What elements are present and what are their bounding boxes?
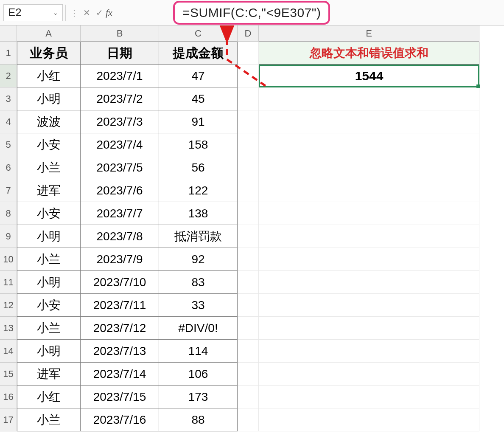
- cell-C6[interactable]: 56: [159, 156, 238, 179]
- cell-D8[interactable]: [238, 202, 259, 225]
- formula-input-highlight[interactable]: =SUMIF(C:C,"<9E307"): [173, 1, 330, 25]
- cell-A6[interactable]: 小兰: [17, 156, 81, 179]
- row-header-1[interactable]: 1: [0, 42, 17, 65]
- cell-D13[interactable]: [238, 317, 259, 340]
- cell-E11[interactable]: [259, 271, 479, 294]
- fx-icon[interactable]: fx: [106, 7, 112, 18]
- row-header-2[interactable]: 2: [0, 65, 17, 87]
- cell-A14[interactable]: 小明: [17, 340, 81, 363]
- cell-C5[interactable]: 158: [159, 133, 238, 156]
- cell-E2[interactable]: 1544: [259, 65, 479, 87]
- cell-D12[interactable]: [238, 294, 259, 317]
- row-header-9[interactable]: 9: [0, 225, 17, 248]
- cell-E9[interactable]: [259, 225, 479, 248]
- cell-C7[interactable]: 122: [159, 179, 238, 202]
- cell-C3[interactable]: 45: [159, 87, 238, 110]
- cell-B8[interactable]: 2023/7/7: [81, 202, 159, 225]
- row-header-5[interactable]: 5: [0, 133, 17, 156]
- cell-E8[interactable]: [259, 202, 479, 225]
- cell-E4[interactable]: [259, 110, 479, 133]
- cell-D7[interactable]: [238, 179, 259, 202]
- cell-C2[interactable]: 47: [159, 65, 238, 87]
- cell-E12[interactable]: [259, 294, 479, 317]
- cell-A12[interactable]: 小安: [17, 294, 81, 317]
- row-header-3[interactable]: 3: [0, 87, 17, 110]
- cell-C1[interactable]: 提成金额: [159, 42, 238, 65]
- cell-A8[interactable]: 小安: [17, 202, 81, 225]
- cell-A9[interactable]: 小明: [17, 225, 81, 248]
- cell-C12[interactable]: 33: [159, 294, 238, 317]
- cell-C9[interactable]: 抵消罚款: [159, 225, 238, 248]
- cell-A13[interactable]: 小兰: [17, 317, 81, 340]
- row-header-13[interactable]: 13: [0, 317, 17, 340]
- cell-C14[interactable]: 114: [159, 340, 238, 363]
- cell-B14[interactable]: 2023/7/13: [81, 340, 159, 363]
- cell-A10[interactable]: 小兰: [17, 248, 81, 271]
- select-all-corner[interactable]: [0, 25, 17, 42]
- row-header-8[interactable]: 8: [0, 202, 17, 225]
- cell-E5[interactable]: [259, 133, 479, 156]
- cell-C8[interactable]: 138: [159, 202, 238, 225]
- cell-D1[interactable]: [238, 42, 259, 65]
- row-header-6[interactable]: 6: [0, 156, 17, 179]
- row-header-4[interactable]: 4: [0, 110, 17, 133]
- cell-C4[interactable]: 91: [159, 110, 238, 133]
- cell-A15[interactable]: 进军: [17, 363, 81, 386]
- cell-A2[interactable]: 小红: [17, 65, 81, 87]
- cell-C16[interactable]: 173: [159, 386, 238, 408]
- cell-D6[interactable]: [238, 156, 259, 179]
- cell-B6[interactable]: 2023/7/5: [81, 156, 159, 179]
- cell-B15[interactable]: 2023/7/14: [81, 363, 159, 386]
- cell-A11[interactable]: 小明: [17, 271, 81, 294]
- row-header-11[interactable]: 11: [0, 271, 17, 294]
- cell-B9[interactable]: 2023/7/8: [81, 225, 159, 248]
- row-header-15[interactable]: 15: [0, 363, 17, 386]
- cell-B4[interactable]: 2023/7/3: [81, 110, 159, 133]
- cell-E3[interactable]: [259, 87, 479, 110]
- cell-E17[interactable]: [259, 408, 479, 431]
- cell-E1[interactable]: 忽略文本和错误值求和: [259, 42, 479, 65]
- cell-B12[interactable]: 2023/7/11: [81, 294, 159, 317]
- cell-D2[interactable]: [238, 65, 259, 87]
- row-header-7[interactable]: 7: [0, 179, 17, 202]
- cell-B10[interactable]: 2023/7/9: [81, 248, 159, 271]
- cell-A5[interactable]: 小安: [17, 133, 81, 156]
- column-header-C[interactable]: C: [159, 25, 238, 42]
- accept-formula-button[interactable]: ✓: [93, 6, 106, 19]
- cell-D15[interactable]: [238, 363, 259, 386]
- cell-C11[interactable]: 83: [159, 271, 238, 294]
- column-header-A[interactable]: A: [17, 25, 81, 42]
- cell-B5[interactable]: 2023/7/4: [81, 133, 159, 156]
- name-box[interactable]: E2 ⌄: [3, 4, 63, 21]
- cell-D10[interactable]: [238, 248, 259, 271]
- cell-B11[interactable]: 2023/7/10: [81, 271, 159, 294]
- cell-D17[interactable]: [238, 408, 259, 431]
- cell-C13[interactable]: #DIV/0!: [159, 317, 238, 340]
- column-header-D[interactable]: D: [238, 25, 259, 42]
- cell-D11[interactable]: [238, 271, 259, 294]
- cell-D9[interactable]: [238, 225, 259, 248]
- row-header-12[interactable]: 12: [0, 294, 17, 317]
- chevron-down-icon[interactable]: ⌄: [53, 9, 58, 16]
- cell-D14[interactable]: [238, 340, 259, 363]
- column-header-B[interactable]: B: [81, 25, 159, 42]
- row-header-10[interactable]: 10: [0, 248, 17, 271]
- cell-C10[interactable]: 92: [159, 248, 238, 271]
- cell-D5[interactable]: [238, 133, 259, 156]
- cell-A3[interactable]: 小明: [17, 87, 81, 110]
- cell-E14[interactable]: [259, 340, 479, 363]
- cell-A1[interactable]: 业务员: [17, 42, 81, 65]
- cell-C15[interactable]: 106: [159, 363, 238, 386]
- cell-B17[interactable]: 2023/7/16: [81, 408, 159, 431]
- cell-D3[interactable]: [238, 87, 259, 110]
- row-header-14[interactable]: 14: [0, 340, 17, 363]
- row-header-17[interactable]: 17: [0, 408, 17, 431]
- cell-B13[interactable]: 2023/7/12: [81, 317, 159, 340]
- cell-E13[interactable]: [259, 317, 479, 340]
- cell-B16[interactable]: 2023/7/15: [81, 386, 159, 408]
- cell-A17[interactable]: 小兰: [17, 408, 81, 431]
- cell-B7[interactable]: 2023/7/6: [81, 179, 159, 202]
- row-header-16[interactable]: 16: [0, 386, 17, 408]
- cancel-formula-button[interactable]: ✕: [80, 6, 93, 19]
- cell-D4[interactable]: [238, 110, 259, 133]
